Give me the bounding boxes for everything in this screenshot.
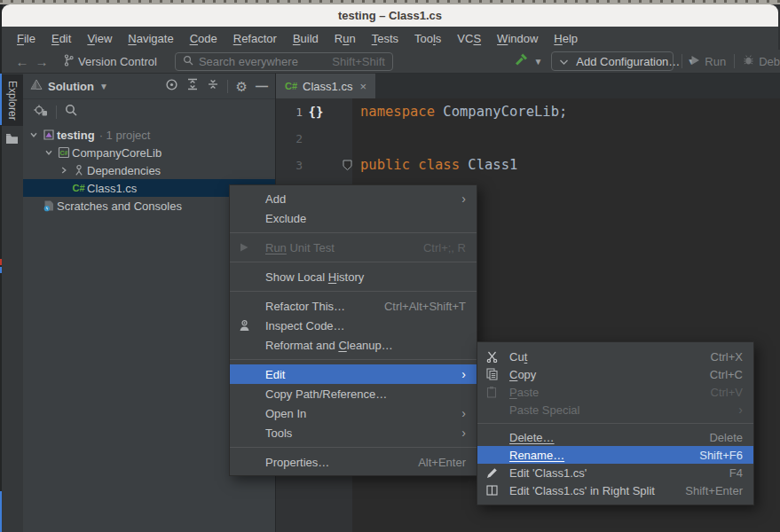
explorer-tool-stripe-button[interactable]: Explorer — [2, 74, 23, 126]
menu-item-reformat-and-cleanup[interactable]: Reformat and Cleanup… — [230, 335, 477, 355]
menu-item-label: Show Local History — [265, 270, 364, 284]
menu-item-label: Edit 'Class1.cs' in Right Split — [509, 484, 655, 497]
menu-item-tools[interactable]: Tools› — [230, 423, 477, 442]
split-icon — [486, 485, 509, 496]
toolbar-separator — [734, 54, 735, 68]
menu-item-label: Cut — [509, 350, 527, 364]
menu-item-delete[interactable]: Delete…Delete — [477, 428, 753, 446]
back-arrow-icon[interactable]: ← — [12, 54, 32, 69]
solution-view-selector[interactable]: Solution — [48, 80, 94, 93]
menu-item-label: Rename… — [509, 449, 564, 462]
solution-icon — [30, 78, 43, 94]
menubar-item-file[interactable]: File — [9, 30, 43, 47]
menu-item-label: Paste Special — [509, 403, 580, 417]
submenu-arrow-icon: › — [461, 192, 466, 205]
menu-item-label: Paste — [509, 386, 539, 399]
version-control-widget[interactable]: Version Control — [64, 54, 157, 69]
menu-item-exclude[interactable]: Exclude — [230, 208, 477, 228]
search-everywhere-box[interactable]: Search everywhere Shift+Shift — [175, 52, 393, 71]
menu-item-label: Delete… — [509, 431, 555, 444]
fold-marker-icon[interactable] — [329, 160, 352, 171]
menubar-item-view[interactable]: View — [79, 30, 120, 47]
tree-item-testing[interactable]: testing· 1 project — [23, 126, 275, 144]
menu-item-shortcut: Shift+F6 — [699, 449, 743, 462]
menu-item-cut[interactable]: CutCtrl+X — [477, 348, 753, 365]
menu-item-label: Properties… — [265, 456, 329, 469]
menu-separator — [230, 291, 477, 292]
folder-icon[interactable] — [5, 132, 19, 148]
menu-item-copy[interactable]: CopyCtrl+C — [477, 365, 753, 383]
run-play-icon — [690, 55, 700, 68]
play-icon — [239, 242, 265, 253]
csharp-file-icon: C# — [285, 81, 297, 91]
menu-item-shortcut: Ctrl+Alt+Shift+T — [384, 300, 466, 313]
tree-item-companycorelib[interactable]: C#CompanyCoreLib — [23, 144, 275, 161]
gear-icon[interactable]: ⚙ — [236, 80, 248, 93]
version-control-label: Version Control — [78, 55, 157, 68]
code-text: namespace CompanyCoreLib; — [352, 104, 567, 120]
menubar-item-vcs[interactable]: VCS — [449, 30, 489, 47]
locate-target-icon[interactable] — [165, 78, 178, 95]
editor-tab-class1[interactable]: C# Class1.cs × — [276, 74, 375, 98]
code-text: public class Class1 — [352, 157, 517, 173]
menu-item-properties[interactable]: Properties…Alt+Enter — [230, 452, 477, 472]
menu-item-shortcut: Ctrl+C — [710, 368, 743, 381]
close-tab-icon[interactable]: × — [359, 80, 366, 93]
menubar-item-run[interactable]: Run — [327, 30, 364, 47]
menu-item-shortcut: Shift+Enter — [685, 484, 743, 497]
menubar-item-tests[interactable]: Tests — [364, 30, 406, 47]
solution-panel-header: Solution ▼ ⚙ — — [23, 74, 275, 99]
menu-item-edit-class1-cs-in-right-split[interactable]: Edit 'Class1.cs' in Right SplitShift+Ent… — [477, 481, 753, 499]
solution-view-caret-icon[interactable]: ▼ — [99, 82, 108, 91]
forward-arrow-icon[interactable]: → — [32, 54, 51, 69]
chevron-down-icon[interactable] — [42, 148, 55, 157]
menu-item-label: Reformat and Cleanup… — [265, 339, 393, 352]
menu-item-label: Tools — [265, 426, 292, 440]
tree-item-dependencies[interactable]: Dependencies — [23, 161, 275, 179]
tree-item-suffix: · 1 project — [99, 129, 151, 142]
submenu-arrow-icon: › — [461, 407, 466, 419]
svg-text:C#: C# — [59, 150, 67, 156]
copy-icon — [486, 368, 509, 380]
menu-item-edit-class1-cs[interactable]: Edit 'Class1.cs'F4 — [477, 464, 753, 481]
titlebar[interactable]: testing – Class1.cs — [2, 4, 778, 27]
pencil-icon — [486, 467, 509, 479]
menubar-item-build[interactable]: Build — [285, 30, 327, 47]
run-configuration-combo[interactable]: Add Configuration… ▼ — [551, 51, 674, 71]
menu-item-show-local-history[interactable]: Show Local History — [230, 267, 477, 286]
code-line-3[interactable]: 3public class Class1 — [276, 152, 780, 178]
menubar-item-navigate[interactable]: Navigate — [120, 30, 181, 47]
menubar-item-code[interactable]: Code — [182, 30, 225, 47]
build-hammer-icon[interactable] — [515, 52, 529, 70]
menu-item-rename[interactable]: Rename…Shift+F6 — [477, 446, 753, 464]
search-icon[interactable] — [65, 104, 77, 120]
select-opened-file-icon[interactable] — [34, 104, 48, 120]
code-line-1[interactable]: 1{}namespace CompanyCoreLib; — [276, 98, 780, 125]
build-dropdown-caret-icon[interactable]: ▼ — [533, 57, 542, 66]
explorer-stripe-label: Explorer — [6, 81, 19, 121]
menu-item-inspect-code[interactable]: Inspect Code… — [230, 316, 477, 335]
menubar-item-refactor[interactable]: Refactor — [225, 30, 285, 47]
code-line-2[interactable]: 2 — [276, 125, 780, 152]
submenu-arrow-icon: › — [738, 403, 743, 416]
menu-item-refactor-this[interactable]: Refactor This…Ctrl+Alt+Shift+T — [230, 296, 477, 316]
chevron-down-icon[interactable] — [27, 130, 40, 139]
collapse-all-icon[interactable] — [207, 78, 219, 94]
cut-icon — [486, 351, 509, 363]
menubar-item-edit[interactable]: Edit — [43, 30, 79, 47]
expand-all-icon[interactable] — [186, 78, 199, 94]
menu-item-open-in[interactable]: Open In› — [230, 403, 477, 423]
solution-panel-toolbar — [23, 99, 275, 124]
chevron-right-icon[interactable] — [57, 166, 70, 175]
menubar-item-tools[interactable]: Tools — [406, 30, 449, 47]
menubar-item-window[interactable]: Window — [489, 30, 546, 47]
menu-item-edit[interactable]: Edit› — [230, 364, 477, 384]
panel-toolbar-separator — [56, 106, 57, 119]
submenu-arrow-icon: › — [461, 426, 466, 439]
menu-item-add[interactable]: Add› — [230, 189, 477, 208]
menubar-item-help[interactable]: Help — [546, 30, 586, 47]
hide-panel-icon[interactable]: — — [256, 80, 268, 92]
inspect-icon — [239, 319, 265, 332]
git-branch-icon — [64, 54, 74, 69]
menu-item-copy-path-reference[interactable]: Copy Path/Reference… — [230, 384, 477, 403]
